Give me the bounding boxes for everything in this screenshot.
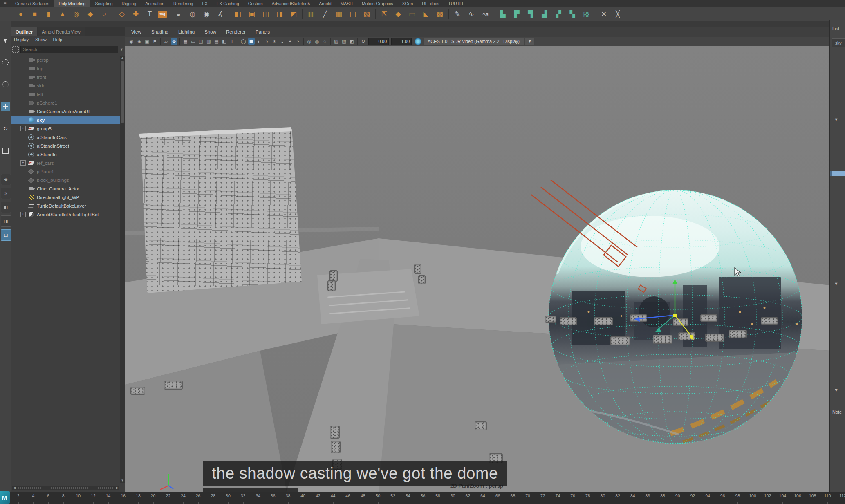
shelf-tab-custom[interactable]: Custom <box>244 0 267 7</box>
mirror-icon[interactable]: ◧ <box>232 9 244 20</box>
quad-draw-icon[interactable]: ▦ <box>305 9 317 20</box>
shelf-tab-xgen[interactable]: XGen <box>397 0 417 7</box>
frame-label-100[interactable]: 100 <box>749 493 756 498</box>
refresh-icon-icon[interactable]: ↻ <box>360 38 367 45</box>
attribute-tab-sky[interactable]: sky <box>832 38 845 47</box>
screen-space-ao-icon[interactable]: ◓ <box>287 38 294 45</box>
plugin-b-icon[interactable]: ▧ <box>341 38 347 45</box>
frame-label-6[interactable]: 6 <box>47 493 49 498</box>
relax-sculpt-icon[interactable]: ▟ <box>539 9 550 20</box>
shelf-tab-turtle[interactable]: TURTLE <box>444 0 469 7</box>
snapshot-icon[interactable]: ◩ <box>349 38 355 45</box>
dome-light-sphere[interactable] <box>548 189 803 444</box>
slice-tool-icon[interactable]: ╳ <box>612 9 623 20</box>
standin-car[interactable] <box>327 280 336 291</box>
joints-xray-icon[interactable]: ◌ <box>322 38 328 45</box>
frame-label-88[interactable]: 88 <box>660 493 665 498</box>
expander-icon[interactable]: + <box>20 126 26 131</box>
textured-mode-icon[interactable]: ◐ <box>256 38 262 45</box>
frame-label-38[interactable]: 38 <box>286 493 291 498</box>
outliner-item-arnoldstandindefaultlightset[interactable]: +ArnoldStandInDefaultLightSet <box>11 210 120 219</box>
outliner-item-cinecameraactoranimue[interactable]: CineCameraActorAnimUE <box>11 107 120 116</box>
frame-label-112[interactable]: 112 <box>839 493 845 498</box>
frame-label-28[interactable]: 28 <box>211 493 215 498</box>
pivot-icon[interactable]: ◉ <box>201 9 212 20</box>
shelf-tab-df-docs[interactable]: DF_docs <box>417 0 444 7</box>
standin-car[interactable] <box>729 330 747 338</box>
frame-label-70[interactable]: 70 <box>525 493 530 498</box>
shelf-tab-rendering[interactable]: Rendering <box>169 0 197 7</box>
select-tool[interactable] <box>1 36 10 45</box>
viewport-menu-renderer[interactable]: Renderer <box>226 29 246 34</box>
frame-label-4[interactable]: 4 <box>32 493 34 498</box>
svg-tool-icon[interactable]: svg <box>158 11 167 18</box>
frame-label-104[interactable]: 104 <box>779 493 787 498</box>
hamburger-menu-icon[interactable]: ≡ <box>0 0 11 7</box>
poly-disc-icon[interactable]: ○ <box>99 9 110 20</box>
frame-label-24[interactable]: 24 <box>181 493 186 498</box>
outliner-menu-display[interactable]: Display <box>14 37 29 42</box>
shadows-icon[interactable]: ◒ <box>279 38 286 45</box>
frame-label-30[interactable]: 30 <box>226 493 231 498</box>
viewport-menu-lighting[interactable]: Lighting <box>178 29 195 34</box>
frame-label-50[interactable]: 50 <box>376 493 381 498</box>
poly-cylinder-icon[interactable]: ▮ <box>43 9 54 20</box>
viewport-menu-show[interactable]: Show <box>204 29 216 34</box>
hypershade-persp-layout-button[interactable]: ◨ <box>1 215 11 227</box>
extract-icon[interactable]: ◨ <box>274 9 285 20</box>
safe-action-icon[interactable]: ◧ <box>221 38 228 45</box>
frame-label-48[interactable]: 48 <box>361 493 365 498</box>
gate-mask-icon[interactable]: ▥ <box>206 38 212 45</box>
shelf-tab-fx[interactable]: FX <box>197 0 212 7</box>
smooth-sculpt-icon[interactable]: ▛ <box>511 9 522 20</box>
single-pane-layout-button[interactable]: ❖ <box>1 174 11 185</box>
grid-icon[interactable]: ▦ <box>182 38 189 45</box>
curve-bezier-icon[interactable]: ↝ <box>480 9 491 20</box>
standin-car[interactable] <box>475 421 487 430</box>
extrude-icon[interactable]: ⇱ <box>379 9 390 20</box>
frame-label-36[interactable]: 36 <box>271 493 276 498</box>
frame-label-106[interactable]: 106 <box>794 493 801 498</box>
outliner-item-pplane1[interactable]: pPlane1 <box>11 167 120 176</box>
xray-mode-icon[interactable]: ◍ <box>314 38 321 45</box>
frame-label-12[interactable]: 12 <box>91 493 96 498</box>
outliner-item-sky[interactable]: sky <box>11 116 120 124</box>
resolution-gate-icon[interactable]: ◫ <box>198 38 204 45</box>
rotate-snap-field[interactable]: 0.00 <box>368 38 389 45</box>
outliner-horizontal-scrollbar[interactable]: ◀ ▶ <box>12 486 119 490</box>
standin-car[interactable] <box>653 335 672 344</box>
frame-label-68[interactable]: 68 <box>511 493 516 498</box>
frame-label-56[interactable]: 56 <box>421 493 426 498</box>
standin-car[interactable] <box>330 426 340 439</box>
separate-icon[interactable]: ◫ <box>260 9 271 20</box>
frame-label-10[interactable]: 10 <box>76 493 81 498</box>
frame-label-86[interactable]: 86 <box>646 493 650 498</box>
frame-label-54[interactable]: 54 <box>406 493 410 498</box>
chevron-down-icon[interactable]: ▼ <box>120 47 123 52</box>
scroll-right-icon[interactable]: ▶ <box>115 486 119 490</box>
tab-arnold-renderview[interactable]: Arnold RenderView <box>38 27 85 36</box>
bookmark-icon[interactable]: ⚑ <box>152 38 158 45</box>
frame-label-58[interactable]: 58 <box>435 493 440 498</box>
plugin-a-icon[interactable]: ▨ <box>333 38 340 45</box>
scrollbar-thumb[interactable] <box>121 61 124 123</box>
outliner-item-persp[interactable]: persp <box>11 56 120 64</box>
bridge-icon[interactable]: ▭ <box>406 9 418 20</box>
frame-label-52[interactable]: 52 <box>390 493 395 498</box>
search-input[interactable] <box>20 46 118 53</box>
shelf-tab-fx-caching[interactable]: FX Caching <box>212 0 244 7</box>
selected-section-bar[interactable] <box>830 171 845 176</box>
outliner-item-front[interactable]: front <box>11 73 120 81</box>
sculpt-tool-icon[interactable]: ▙ <box>497 9 509 20</box>
notes-label[interactable]: Note <box>832 410 842 414</box>
outliner-menu-show[interactable]: Show <box>35 37 47 42</box>
outliner-menu-help[interactable]: Help <box>53 37 63 42</box>
frame-label-102[interactable]: 102 <box>764 493 771 498</box>
default-material-icon[interactable]: ◑ <box>264 38 270 45</box>
standin-car[interactable] <box>610 336 630 345</box>
standin-car[interactable] <box>678 332 695 340</box>
standin-car[interactable] <box>329 270 338 282</box>
viewport-menu-panels[interactable]: Panels <box>256 29 270 34</box>
foamy-sculpt-icon[interactable]: ▜ <box>525 9 536 20</box>
expander-icon[interactable]: + <box>20 212 26 217</box>
